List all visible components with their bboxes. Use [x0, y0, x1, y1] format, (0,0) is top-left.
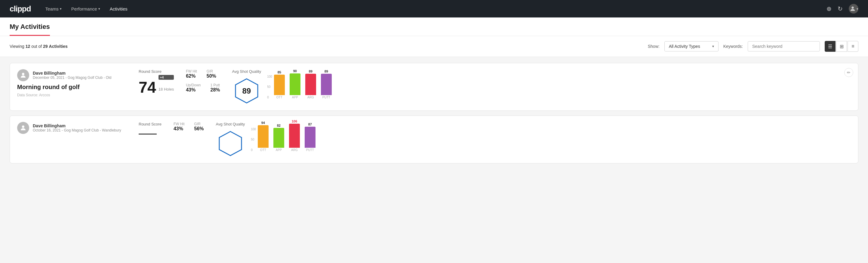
bar-arg-2: 106 ARG	[289, 119, 300, 152]
viewing-text: Viewing 12 out of 29 Activities	[10, 44, 68, 49]
card-left-2: Dave Billingham October 16, 2021 - Gog M…	[17, 122, 131, 136]
mini-stat-row-2: Up/Down 43% 1 Putt 28%	[186, 83, 220, 93]
bar-ott: 85 OTT	[274, 70, 285, 99]
updown-label: Up/Down	[186, 83, 200, 87]
activity-card: Dave Billingham December 05, 2021 - Gog …	[10, 63, 858, 111]
nav-teams[interactable]: Teams ▾	[45, 5, 62, 12]
score-row: 74 +4 18 Holes	[138, 75, 174, 95]
quality-label: Avg Shot Quality	[232, 69, 261, 74]
bar-putt: 89 PUTT	[321, 69, 332, 99]
page-title: My Activities	[10, 18, 50, 36]
dropdown-arrow-icon: ▾	[712, 44, 714, 49]
page-header: My Activities	[0, 18, 868, 36]
nav-activities[interactable]: Activities	[110, 5, 127, 12]
search-input[interactable]	[748, 41, 820, 52]
hexagon: 89	[233, 77, 260, 105]
bars: 85 OTT 90 APP	[274, 75, 332, 99]
keywords-label: Keywords:	[723, 44, 743, 49]
bar-ott-2: 94 OTT	[258, 121, 269, 152]
bar-app-2: 82 APP	[273, 124, 284, 152]
bar-putt-2: 87 PUTT	[305, 122, 315, 152]
y-label-0: 0	[267, 96, 272, 99]
activities-list: Dave Billingham December 05, 2021 - Gog …	[0, 57, 868, 169]
activity-type-dropdown[interactable]: All Activity Types ▾	[664, 41, 718, 52]
bar-ott-fill	[274, 75, 285, 95]
viewing-count: 12	[26, 44, 30, 49]
list-view-button[interactable]: ☰	[825, 41, 836, 52]
round-score-label-2: Round Score	[138, 122, 161, 126]
one-putt-value: 28%	[211, 87, 220, 93]
logo-rest: pd	[22, 4, 31, 13]
gir-value: 50%	[207, 74, 216, 79]
score-placeholder	[138, 127, 161, 140]
bar-arg: 89 ARG	[305, 69, 316, 99]
user-date: December 05, 2021 - Gog Magog Golf Club …	[33, 76, 111, 80]
nav-performance[interactable]: Performance ▾	[71, 5, 100, 12]
bar-chart-2: 100 50 0 94 OTT 82	[251, 127, 315, 152]
teams-chevron-icon: ▾	[60, 7, 62, 11]
fw-hit-label: FW Hit	[186, 69, 197, 74]
compact-icon: ≡	[851, 43, 854, 49]
quality-section: Avg Shot Quality 89 100 50 0	[232, 69, 332, 105]
svg-point-0	[851, 7, 854, 9]
card-stats-2: Round Score FW Hit 43% GIR 56%	[138, 122, 851, 157]
bar-app-fill	[290, 74, 301, 95]
y-label-50: 50	[267, 85, 272, 88]
add-icon[interactable]: ⊕	[827, 5, 832, 12]
score-badge: +4	[158, 75, 174, 80]
user-info-2: Dave Billingham October 16, 2021 - Gog M…	[33, 123, 121, 133]
user-avatar[interactable]: ▾	[849, 4, 858, 13]
fw-hit-stat: FW Hit 62%	[186, 69, 197, 79]
user-row-2: Dave Billingham October 16, 2021 - Gog M…	[17, 122, 131, 134]
hexagon-container-2: Avg Shot Quality	[216, 122, 245, 157]
svg-point-3	[22, 125, 24, 128]
y-label-100: 100	[267, 75, 272, 78]
user-row: Dave Billingham December 05, 2021 - Gog …	[17, 69, 131, 81]
updown-stat: Up/Down 43%	[186, 83, 200, 93]
activity-title: Morning round of golf	[17, 84, 131, 91]
refresh-icon[interactable]: ↻	[838, 5, 843, 12]
one-putt-label: 1 Putt	[211, 83, 220, 87]
mini-stat-row-1: FW Hit 62% GIR 50%	[186, 69, 220, 79]
activity-card-2: Dave Billingham October 16, 2021 - Gog M…	[10, 116, 858, 164]
bar-app: 90 APP	[290, 69, 301, 99]
logo-highlight: clip	[10, 4, 22, 13]
bar-putt-fill	[321, 74, 332, 95]
bars-2: 94 OTT 82 APP 106	[258, 127, 315, 152]
nav-actions: ⊕ ↻ ▾	[827, 4, 858, 13]
show-label: Show:	[648, 44, 659, 49]
gir-label-2: GIR	[194, 122, 204, 126]
card-left: Dave Billingham December 05, 2021 - Gog …	[17, 69, 131, 97]
user-date-2: October 16, 2021 - Gog Magog Golf Club -…	[33, 128, 121, 133]
gir-label: GIR	[207, 69, 216, 74]
viewing-total: 29	[43, 44, 48, 49]
hex-score: 89	[242, 86, 251, 96]
compact-view-button[interactable]: ≡	[847, 41, 858, 52]
performance-chevron-icon: ▾	[98, 7, 100, 11]
user-name-2: Dave Billingham	[33, 123, 121, 128]
svg-point-1	[22, 73, 24, 75]
bar-arg-fill	[305, 74, 316, 95]
view-toggle: ☰ ⊞ ≡	[825, 41, 858, 52]
avatar	[17, 69, 29, 81]
edit-button[interactable]: ✏	[844, 68, 853, 77]
mini-stats-2: FW Hit 43% GIR 56%	[174, 122, 204, 132]
filter-bar: Viewing 12 out of 29 Activities Show: Al…	[0, 36, 868, 57]
grid-icon: ⊞	[840, 43, 844, 49]
grid-view-button[interactable]: ⊞	[836, 41, 847, 52]
activity-type-label: All Activity Types	[669, 44, 700, 49]
fw-hit-value-2: 43%	[174, 126, 185, 132]
gir-stat-2: GIR 56%	[194, 122, 204, 132]
round-score-section: Round Score 74 +4 18 Holes	[138, 69, 174, 95]
data-source: Data Source: Arccos	[17, 93, 131, 97]
fw-hit-stat-2: FW Hit 43%	[174, 122, 185, 132]
fw-hit-label-2: FW Hit	[174, 122, 185, 126]
logo[interactable]: clippd	[10, 4, 31, 13]
viewing-suffix: Activities	[49, 44, 68, 49]
fw-hit-value: 62%	[186, 74, 197, 79]
mini-stats: FW Hit 62% GIR 50% Up/Down 43% 1 Putt	[186, 69, 220, 93]
updown-value: 43%	[186, 87, 200, 93]
holes-text: 18 Holes	[158, 87, 174, 91]
card-stats: Round Score 74 +4 18 Holes FW Hit 62%	[138, 69, 851, 105]
quality-label-2: Avg Shot Quality	[216, 122, 245, 126]
